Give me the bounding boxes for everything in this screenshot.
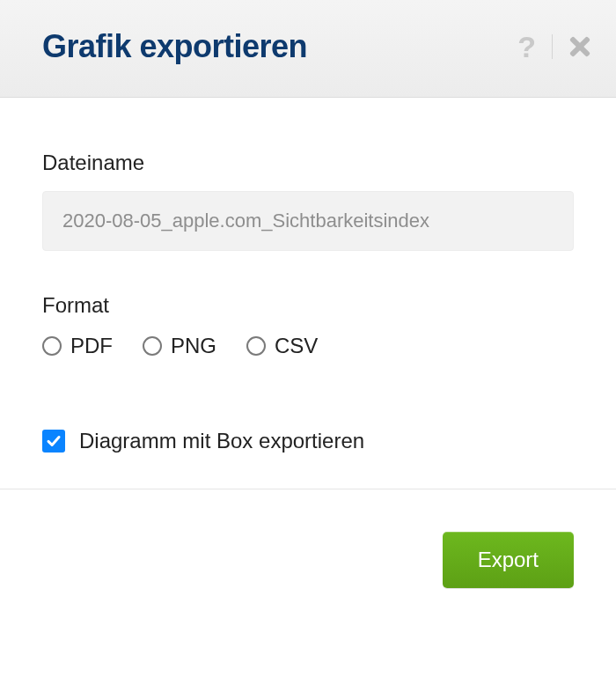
dialog-body: Dateiname Format PDF PNG CSV Diagramm	[0, 98, 616, 489]
close-icon[interactable]	[568, 35, 591, 58]
radio-label: PNG	[171, 334, 216, 358]
radio-icon	[246, 336, 266, 356]
divider	[552, 34, 553, 59]
radio-png[interactable]: PNG	[143, 334, 216, 358]
radio-icon	[143, 336, 162, 356]
export-button[interactable]: Export	[443, 532, 574, 588]
radio-label: CSV	[275, 334, 318, 358]
dialog-footer: Export	[0, 489, 616, 611]
format-section: Format PDF PNG CSV	[42, 293, 574, 358]
checkbox-checked-icon	[42, 430, 65, 453]
radio-pdf[interactable]: PDF	[42, 334, 113, 358]
dialog-header: Grafik exportieren ?	[0, 0, 616, 98]
radio-label: PDF	[70, 334, 113, 358]
filename-section: Dateiname	[42, 151, 574, 251]
radio-icon	[42, 336, 62, 356]
filename-label: Dateiname	[42, 151, 574, 175]
dialog-title: Grafik exportieren	[42, 28, 307, 65]
format-radio-group: PDF PNG CSV	[42, 334, 574, 358]
radio-csv[interactable]: CSV	[246, 334, 318, 358]
export-with-box-checkbox[interactable]: Diagramm mit Box exportieren	[42, 429, 574, 453]
checkbox-label: Diagramm mit Box exportieren	[79, 429, 364, 453]
format-label: Format	[42, 293, 574, 318]
help-icon[interactable]: ?	[517, 32, 536, 62]
header-actions: ?	[517, 32, 591, 62]
filename-input[interactable]	[42, 191, 574, 251]
